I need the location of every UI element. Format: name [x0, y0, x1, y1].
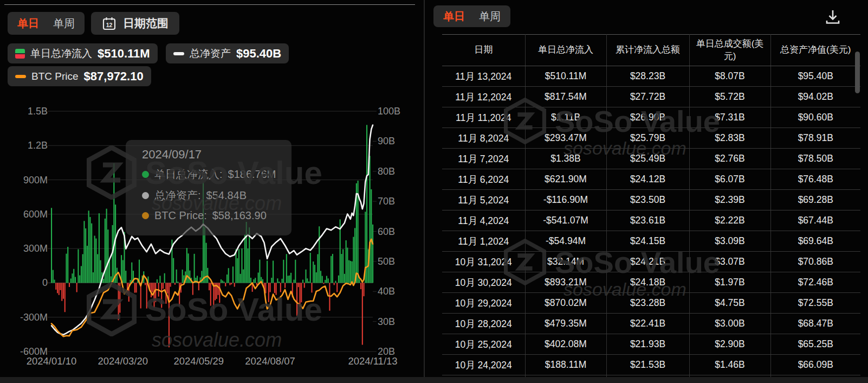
table-period-tabs: 单日 单周: [433, 5, 510, 27]
horizontal-scrollbar[interactable]: [0, 377, 868, 383]
tab-weekly[interactable]: 单周: [53, 16, 75, 31]
svg-text:1.5B: 1.5B: [28, 106, 48, 117]
table-row: 10月 24,2024$188.11M$21.53B$1.46B$66.09B: [442, 355, 860, 375]
volume-cell: $2.76B: [689, 149, 770, 169]
date-range-button[interactable]: 12 日期范围: [91, 12, 179, 35]
netflow-cell: -$541.07M: [525, 210, 606, 231]
table-row: 11月 7,2024$1.38B$25.49B$2.76B$78.50B: [442, 149, 860, 169]
cumulative-cell: $22.41B: [606, 314, 689, 334]
nav-cell: $78.91B: [770, 128, 860, 149]
date-cell: 10月 31,2024: [442, 252, 525, 272]
svg-text:40B: 40B: [378, 286, 395, 297]
svg-text:600M: 600M: [23, 209, 48, 220]
volume-cell: $3.09B: [689, 231, 770, 252]
volume-cell: $3.00B: [689, 314, 770, 334]
date-cell: 10月 24,2024: [442, 355, 525, 375]
legend-netflow-value: $510.11M: [98, 47, 150, 61]
cumulative-cell: $23.61B: [606, 210, 689, 231]
orange-dot-icon: [142, 212, 149, 219]
volume-cell: $2.39B: [689, 190, 770, 210]
legend-net-assets[interactable]: 总净资产 $95.40B: [166, 43, 289, 63]
date-cell: 11月 5,2024: [442, 190, 525, 210]
legend-btc-label: BTC Price: [31, 71, 79, 82]
date-cell: 10月 29,2024: [442, 293, 525, 314]
netflow-cell: $188.11M: [525, 355, 606, 375]
svg-text:2024/08/07: 2024/08/07: [245, 355, 295, 367]
nav-cell: $78.50B: [770, 149, 860, 169]
nav-cell: $67.44B: [770, 210, 860, 231]
cumulative-cell: $25.49B: [606, 149, 689, 169]
nav-cell: $76.48B: [770, 169, 860, 190]
volume-cell: $3.07B: [689, 252, 770, 272]
netflow-cell: $510.11M: [525, 66, 606, 87]
svg-text:2024/03/20: 2024/03/20: [98, 355, 148, 367]
nav-cell: $65.25B: [770, 334, 860, 355]
svg-text:2024/01/10: 2024/01/10: [27, 355, 77, 367]
netflow-cell: $817.54M: [525, 87, 606, 107]
tooltip-row-btc-price: BTC Price $58,163.90: [142, 209, 292, 222]
svg-text:300M: 300M: [23, 243, 48, 254]
cumulative-cell: $25.79B: [606, 128, 689, 149]
column-header: 单日总成交额(美元): [689, 35, 770, 66]
chart-period-tabs: 单日 单周: [8, 12, 85, 35]
date-range-label: 日期范围: [123, 16, 169, 31]
calendar-icon: 12: [102, 16, 116, 31]
date-cell: 11月 1,2024: [442, 231, 525, 252]
cumulative-cell: $28.23B: [606, 66, 689, 87]
netflow-cell: $621.90M: [525, 169, 606, 190]
tooltip-row-net-assets: 总净资产 $54.84B: [142, 188, 292, 203]
table-panel: 单日 单周 SoSo Value sosovalue.com SoSo Valu…: [428, 0, 868, 383]
column-header: 日期: [442, 35, 525, 66]
column-header: 单日总净流入: [525, 35, 606, 66]
panel-top-border: [4, 4, 415, 5]
volume-cell: $1.46B: [689, 355, 770, 375]
cumulative-cell: $24.12B: [606, 169, 689, 190]
date-cell: 10月 28,2024: [442, 314, 525, 334]
etf-flow-table: 日期单日总净流入累计净流入总额单日总成交额(美元)总资产净值(美元) 11月 1…: [442, 34, 860, 383]
table-tab-daily[interactable]: 单日: [443, 9, 465, 24]
chart-tooltip: 2024/09/17 单日总净流入 $186.76M 总净资产 $54.84B …: [126, 140, 292, 235]
legend-net-assets-value: $95.40B: [236, 47, 281, 61]
legend-netflow-label: 单日总净流入: [30, 47, 92, 61]
svg-text:900M: 900M: [23, 175, 48, 186]
svg-text:80B: 80B: [378, 166, 395, 177]
netflow-cell: $479.35M: [525, 314, 606, 334]
table-row: 10月 31,2024$32.14M$24.21B$3.07B$70.86B: [442, 252, 860, 272]
chart-panel: 单日 单周 12 日期范围 单日总净流入 $510.11M 总净资产 $95.4…: [0, 0, 424, 383]
legend-btc-price[interactable]: BTC Price $87,972.10: [8, 66, 151, 86]
volume-cell: $7.31B: [689, 107, 770, 128]
volume-cell: $2.83B: [689, 128, 770, 149]
svg-text:2024/11/13: 2024/11/13: [348, 355, 397, 367]
date-cell: 11月 11,2024: [442, 107, 525, 128]
nav-cell: $94.02B: [770, 87, 860, 107]
download-button[interactable]: [824, 8, 843, 27]
legend-netflow[interactable]: 单日总净流入 $510.11M: [8, 43, 158, 63]
netflow-cell: $1.38B: [525, 149, 606, 169]
nav-cell: $69.64B: [770, 231, 860, 252]
svg-text:0: 0: [42, 277, 48, 288]
cumulative-cell: $24.15B: [606, 231, 689, 252]
cumulative-cell: $23.28B: [606, 293, 689, 314]
flow-chart-canvas[interactable]: 1.5B1.2B900M600M300M0-300M-600M100B90B80…: [0, 92, 424, 383]
date-cell: 11月 6,2024: [442, 169, 525, 190]
gray-dot-icon: [142, 192, 149, 199]
table-row: 11月 8,2024$293.47M$25.79B$2.83B$78.91B: [442, 128, 860, 149]
netflow-cell: $870.02M: [525, 293, 606, 314]
svg-text:100B: 100B: [378, 106, 400, 117]
date-cell: 10月 25,2024: [442, 334, 525, 355]
table-row: 11月 4,2024-$541.07M$23.61B$2.22B$67.44B: [442, 210, 860, 231]
date-cell: 11月 13,2024: [442, 66, 525, 87]
nav-cell: $72.46B: [770, 272, 860, 293]
table-vertical-scrollbar[interactable]: [855, 52, 860, 93]
svg-text:12: 12: [106, 22, 113, 28]
nav-cell: $90.60B: [770, 107, 860, 128]
cumulative-cell: $27.72B: [606, 87, 689, 107]
column-header: 累计净流入总额: [606, 35, 689, 66]
download-icon: [824, 8, 842, 26]
volume-cell: $4.75B: [689, 293, 770, 314]
volume-cell: $1.97B: [689, 272, 770, 293]
table-tab-weekly[interactable]: 单周: [479, 9, 501, 24]
tab-daily[interactable]: 单日: [17, 16, 39, 31]
svg-text:30B: 30B: [378, 316, 395, 327]
table-row: 10月 29,2024$870.02M$23.28B$4.75B$72.55B: [442, 293, 860, 314]
